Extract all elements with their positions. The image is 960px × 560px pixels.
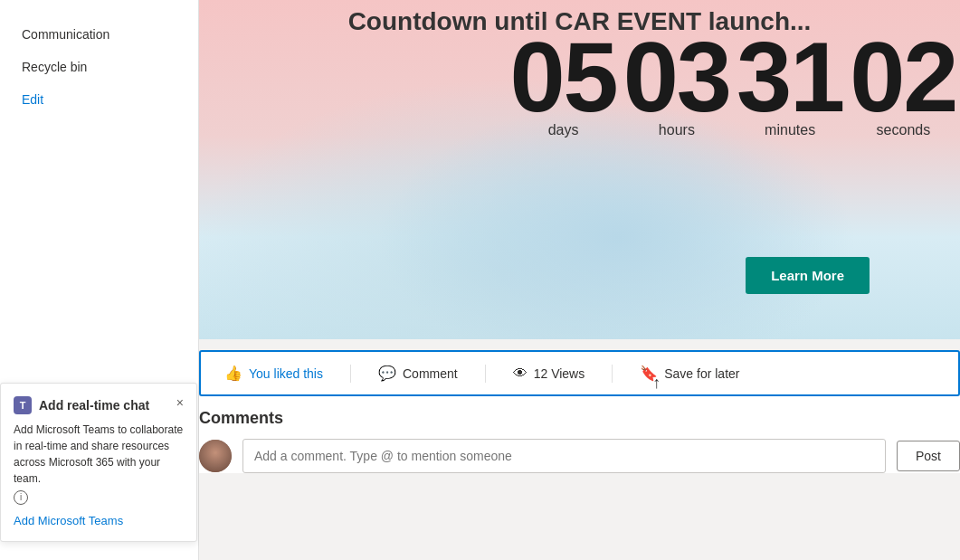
chat-panel-title: Add real-time chat [39,398,149,413]
divider-1 [350,365,351,383]
like-icon: 👍 [224,365,242,382]
avatar-image [199,440,232,472]
learn-more-button[interactable]: Learn More [746,257,870,294]
chat-close-button[interactable]: × [176,396,184,409]
chat-panel-description: Add Microsoft Teams to collaborate in re… [14,423,183,485]
countdown-minutes: 31 minutes [734,27,847,138]
days-label: days [548,122,579,138]
comment-input[interactable] [242,439,886,473]
post-button[interactable]: Post [897,441,960,471]
like-button[interactable]: 👍 You liked this [219,361,328,385]
comment-icon: 💬 [378,365,396,382]
seconds-number: 02 [850,27,956,127]
minutes-label: minutes [765,122,815,138]
chat-panel-body: Add Microsoft Teams to collaborate in re… [14,422,184,506]
comments-section: Comments Post [199,396,960,473]
user-avatar [199,440,232,472]
teams-icon: T [14,396,32,414]
divider-2 [485,365,486,383]
chat-panel: T Add real-time chat × Add Microsoft Tea… [0,383,197,543]
views-label: 12 Views [534,366,585,381]
hours-number: 03 [623,27,730,127]
sidebar-item-recycle-bin[interactable]: Recycle bin [0,51,198,83]
add-teams-link[interactable]: Add Microsoft Teams [14,514,123,527]
countdown-hours: 03 hours [620,27,733,138]
countdown-seconds: 02 seconds [847,27,960,138]
minutes-number: 31 [737,27,843,127]
days-number: 05 [509,27,616,127]
info-icon: i [14,490,28,505]
hero-banner: Countdown until CAR EVENT launch... 05 d… [199,0,960,339]
countdown-timer: 05 days 03 hours 31 minutes 02 seconds [507,27,960,138]
countdown-days: 05 days [507,27,620,138]
hours-label: hours [659,122,695,138]
views-indicator: 👁 12 Views [508,362,591,385]
main-content: Countdown until CAR EVENT launch... 05 d… [199,0,960,560]
save-label: Save for later [664,366,739,381]
save-later-button[interactable]: 🔖 Save for later ↑ [634,361,745,385]
comment-button[interactable]: 💬 Comment [373,361,463,385]
comment-label: Comment [403,366,458,381]
seconds-label: seconds [877,122,931,138]
sidebar: Communication Recycle bin Edit T Add rea… [0,0,199,560]
chat-panel-title-row: T Add real-time chat [14,396,149,414]
like-label: You liked this [249,366,323,381]
interaction-bar: 👍 You liked this 💬 Comment 👁 12 Views 🔖 … [199,350,960,396]
save-icon: 🔖 [640,365,658,382]
comment-input-row: Post [199,439,960,473]
views-icon: 👁 [513,365,528,382]
sidebar-item-edit[interactable]: Edit [0,83,198,116]
comments-title: Comments [199,409,960,439]
divider-3 [612,365,613,383]
sidebar-item-communication[interactable]: Communication [0,18,198,51]
chat-panel-header: T Add real-time chat × [14,396,184,414]
